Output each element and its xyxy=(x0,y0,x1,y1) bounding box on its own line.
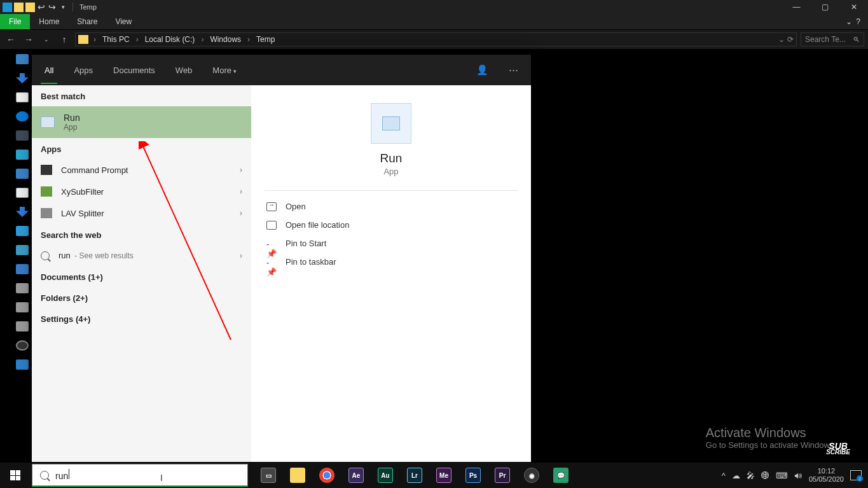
home-tab[interactable]: Home xyxy=(30,15,68,29)
action-center-icon[interactable]: 2 xyxy=(850,470,862,480)
lavsplitter-icon xyxy=(41,208,52,218)
drive-e-icon[interactable] xyxy=(16,321,29,331)
downloads-icon[interactable] xyxy=(16,73,29,83)
share-tab[interactable]: Share xyxy=(68,15,106,29)
redo-icon[interactable]: ↪ xyxy=(48,3,57,11)
folders-heading[interactable]: Folders (2+) xyxy=(32,287,251,308)
best-match-run[interactable]: Run App xyxy=(32,106,251,138)
action-pin-start[interactable]: -📌 Pin to Start xyxy=(264,234,518,253)
after-effects-button[interactable]: Ae xyxy=(342,463,370,488)
tray-overflow-icon[interactable]: ^ xyxy=(722,471,726,480)
ribbon-collapse-icon[interactable]: ⌄ xyxy=(846,17,852,26)
volume-icon[interactable]: 🔊︎ xyxy=(794,471,803,480)
taskbar-search-box[interactable]: run xyxy=(32,464,248,487)
result-lavsplitter[interactable]: LAV Splitter › xyxy=(32,202,251,224)
documents-heading[interactable]: Documents (1+) xyxy=(32,266,251,287)
local-disk-icon[interactable] xyxy=(16,283,29,293)
action-pin-taskbar[interactable]: -📌 Pin to taskbar xyxy=(264,253,518,271)
tab-all[interactable]: All xyxy=(41,57,57,84)
forward-button[interactable]: → xyxy=(22,32,36,46)
onedrive-tray-icon[interactable]: ☁ xyxy=(732,471,740,480)
back-button[interactable]: ← xyxy=(4,32,18,46)
help-icon[interactable]: ? xyxy=(856,17,860,26)
undo-icon[interactable]: ↩ xyxy=(37,3,46,11)
breadcrumb-bar[interactable]: › This PC › Local Disk (C:) › Windows › … xyxy=(75,32,797,46)
result-web-run[interactable]: run - See web results › xyxy=(32,245,251,266)
videos-icon[interactable] xyxy=(16,264,29,274)
media-encoder-button[interactable]: Me xyxy=(430,463,458,488)
up-button[interactable]: ↑ xyxy=(57,32,71,46)
divider xyxy=(72,3,73,11)
recent-dropdown-icon[interactable]: ⌄ xyxy=(39,32,53,46)
xysubfilter-icon xyxy=(41,186,52,197)
minimize-button[interactable]: — xyxy=(782,0,811,14)
folder-icon xyxy=(78,35,88,44)
refresh-icon[interactable]: ⟳ xyxy=(787,35,794,44)
network-icon[interactable] xyxy=(16,359,29,370)
system-tray: ^ ☁ 🎤︎ 🌐︎ ⌨ 🔊︎ 10:12 05/05/2020 2 xyxy=(715,467,868,484)
settings-heading[interactable]: Settings (4+) xyxy=(32,308,251,329)
more-options-icon[interactable]: ⋯ xyxy=(505,64,522,76)
action-open-file-location[interactable]: Open file location xyxy=(264,216,518,234)
drive-d-icon[interactable] xyxy=(16,302,29,312)
close-button[interactable]: ✕ xyxy=(839,0,868,14)
documents-nav-icon[interactable] xyxy=(16,188,29,198)
result-command-prompt[interactable]: Command Prompt › xyxy=(32,159,251,181)
downloads-nav-icon[interactable] xyxy=(16,207,29,217)
premiere-button[interactable]: Pr xyxy=(488,463,516,488)
lightroom-button[interactable]: Lr xyxy=(401,463,429,488)
chevron-right-icon: › xyxy=(240,165,242,174)
tab-web[interactable]: Web xyxy=(172,57,196,84)
quick-access-icon[interactable] xyxy=(16,54,29,64)
pictures-icon[interactable] xyxy=(16,245,29,255)
tab-more[interactable]: More▾ xyxy=(209,57,240,84)
crumb-c[interactable]: Local Disk (C:) xyxy=(144,35,196,44)
onedrive-icon[interactable] xyxy=(16,111,29,122)
tab-apps[interactable]: Apps xyxy=(70,57,97,84)
text-cursor-icon: I xyxy=(160,473,163,483)
feedback-icon[interactable]: 👤 xyxy=(472,64,492,76)
documents-icon[interactable] xyxy=(16,92,29,102)
tab-documents[interactable]: Documents xyxy=(109,57,159,84)
folder-icon[interactable] xyxy=(25,3,35,12)
clock[interactable]: 10:12 05/05/2020 xyxy=(809,467,844,484)
chevron-right-icon: › xyxy=(240,187,242,196)
search-value: run xyxy=(55,469,69,481)
microphone-icon[interactable]: 🎤︎ xyxy=(747,471,755,480)
file-tab[interactable]: File xyxy=(0,14,30,29)
maximize-button[interactable]: ▢ xyxy=(811,0,839,14)
folder-location-icon xyxy=(266,221,277,230)
obs-button[interactable]: ◉ xyxy=(518,463,546,488)
new-folder-icon[interactable] xyxy=(14,3,24,12)
cd-drive-icon[interactable] xyxy=(16,340,29,351)
audition-button[interactable]: Au xyxy=(371,463,399,488)
qat-dropdown-icon[interactable]: ▾ xyxy=(59,3,67,11)
start-button[interactable] xyxy=(0,463,31,488)
address-bar-row: ← → ⌄ ↑ › This PC › Local Disk (C:) › Wi… xyxy=(0,29,868,50)
chat-button[interactable]: 💬 xyxy=(547,463,575,488)
explorer-search-box[interactable]: Search Te... 🔍︎ xyxy=(801,32,864,46)
3d-objects-icon[interactable] xyxy=(16,150,29,160)
task-view-button[interactable]: ▭ xyxy=(254,463,282,488)
crumb-temp[interactable]: Temp xyxy=(255,35,276,44)
chrome-button[interactable] xyxy=(313,463,341,488)
view-tab[interactable]: View xyxy=(106,15,141,29)
result-xysubfilter[interactable]: XySubFilter › xyxy=(32,181,251,202)
network-icon[interactable]: 🌐︎ xyxy=(761,471,769,480)
music-icon[interactable] xyxy=(16,226,29,236)
action-open[interactable]: Open xyxy=(264,197,518,216)
result-label: XySubFilter xyxy=(61,187,104,197)
taskbar: run ▭ Ae Au Lr Me Ps Pr ◉ 💬 ^ ☁ 🎤︎ 🌐︎ ⌨ … xyxy=(0,463,868,488)
web-tail: - See web results xyxy=(72,251,134,260)
file-explorer-button[interactable] xyxy=(284,463,312,488)
properties-icon[interactable] xyxy=(3,3,12,12)
this-pc-icon[interactable] xyxy=(16,130,29,141)
address-dropdown-icon[interactable]: ⌄ xyxy=(778,35,785,44)
desktop-nav-icon[interactable] xyxy=(16,169,29,179)
crumb-this-pc[interactable]: This PC xyxy=(101,35,131,44)
crumb-windows[interactable]: Windows xyxy=(209,35,242,44)
activate-windows-watermark: Activate Windows Go to Settings to activ… xyxy=(706,426,836,450)
input-language-icon[interactable]: ⌨ xyxy=(776,471,788,480)
photoshop-button[interactable]: Ps xyxy=(459,463,487,488)
detail-type: App xyxy=(264,167,518,176)
